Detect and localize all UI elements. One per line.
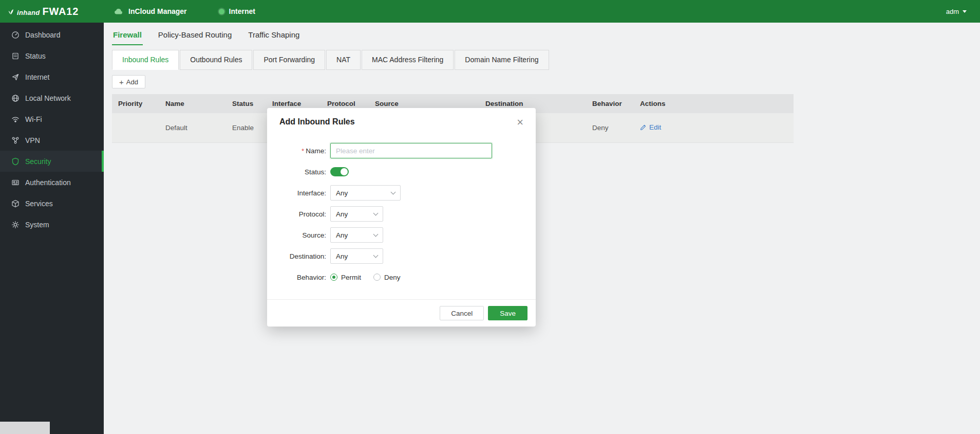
- caret-down-icon: [963, 10, 967, 13]
- tab-domain-name-filtering[interactable]: Domain Name Filtering: [455, 50, 549, 70]
- tab-traffic-shaping[interactable]: Traffic Shaping: [247, 30, 300, 45]
- sidebar-item-services[interactable]: Services: [0, 193, 104, 214]
- incloud-manager-status[interactable]: InCloud Manager: [114, 7, 187, 15]
- col-protocol: Protocol: [327, 100, 375, 107]
- dashboard-icon: [11, 31, 20, 39]
- modal-title: Add Inbound Rules: [279, 117, 355, 126]
- sidebar-item-label: Status: [25, 52, 46, 60]
- sidebar-item-security[interactable]: Security: [0, 151, 104, 172]
- modal-footer: Cancel Save: [267, 299, 536, 327]
- internet-status[interactable]: Internet: [219, 7, 255, 15]
- status-field-row: Status:: [267, 164, 523, 179]
- chevron-down-icon: [373, 252, 379, 258]
- status-toggle[interactable]: [330, 167, 349, 176]
- brand-model: FWA12: [42, 6, 79, 17]
- cloud-icon: [114, 8, 124, 15]
- sidebar-item-status[interactable]: Status: [0, 45, 104, 66]
- col-source: Source: [375, 100, 485, 107]
- interface-field-row: Interface: Any: [267, 185, 523, 201]
- source-select[interactable]: Any: [330, 227, 383, 243]
- main-content: Firewall Policy-Based Routing Traffic Sh…: [104, 23, 980, 434]
- tab-policy-based-routing[interactable]: Policy-Based Routing: [157, 30, 233, 45]
- sidebar-item-label: Internet: [25, 73, 49, 81]
- status-label: Status:: [267, 168, 326, 176]
- add-button[interactable]: + Add: [112, 75, 145, 88]
- chevron-down-icon: [373, 210, 379, 215]
- internet-dot-icon: [219, 9, 224, 14]
- sidebar-item-label: Local Network: [25, 94, 71, 102]
- gear-icon: [11, 221, 20, 229]
- behavior-label: Behavior:: [267, 274, 326, 281]
- add-inbound-rules-modal: Add Inbound Rules × *Name: Status: Inter…: [267, 108, 536, 327]
- tab-mac-address-filtering[interactable]: MAC Address Filtering: [362, 50, 454, 70]
- modal-header: Add Inbound Rules ×: [267, 108, 536, 131]
- vpn-icon: [11, 136, 20, 144]
- authentication-icon: [11, 178, 20, 187]
- name-label: *Name:: [267, 147, 326, 155]
- col-actions: Actions: [640, 100, 794, 107]
- edit-button-label: Edit: [649, 123, 661, 131]
- radio-permit[interactable]: Permit: [330, 274, 361, 281]
- cell-actions: Edit: [640, 123, 794, 132]
- user-menu[interactable]: adm: [946, 8, 967, 15]
- primary-tabs: Firewall Policy-Based Routing Traffic Sh…: [112, 23, 980, 45]
- source-label: Source:: [267, 231, 326, 239]
- tab-firewall[interactable]: Firewall: [112, 30, 143, 45]
- leaf-logo-icon: [7, 8, 14, 15]
- col-status: Status: [232, 100, 272, 107]
- tab-inbound-rules[interactable]: Inbound Rules: [112, 50, 179, 70]
- radio-deny-label: Deny: [384, 274, 401, 281]
- cell-behavior: Deny: [592, 124, 640, 132]
- radio-deny[interactable]: Deny: [373, 274, 401, 281]
- sidebar-item-label: Authentication: [25, 178, 71, 187]
- protocol-select-value: Any: [336, 210, 348, 218]
- sidebar-item-label: VPN: [25, 136, 40, 144]
- tab-port-forwarding[interactable]: Port Forwarding: [253, 50, 325, 70]
- sidebar-item-label: Wi-Fi: [25, 115, 42, 123]
- source-select-value: Any: [336, 231, 348, 239]
- col-name: Name: [165, 100, 232, 107]
- topbar-status-group: InCloud Manager Internet: [114, 7, 255, 15]
- col-behavior: Behavior: [592, 100, 640, 107]
- close-icon[interactable]: ×: [515, 117, 525, 128]
- sidebar-item-label: Dashboard: [25, 31, 61, 39]
- source-field-row: Source: Any: [267, 227, 523, 243]
- col-interface: Interface: [272, 100, 327, 107]
- services-icon: [11, 200, 20, 208]
- col-destination: Destination: [485, 100, 592, 107]
- modal-body: *Name: Status: Interface: Any Protocol: …: [267, 131, 536, 299]
- behavior-field-row: Behavior: Permit Deny: [267, 269, 523, 285]
- sidebar-item-wifi[interactable]: Wi-Fi: [0, 109, 104, 130]
- pencil-icon: [640, 124, 647, 131]
- cancel-button[interactable]: Cancel: [440, 306, 484, 320]
- brand-name: inhand: [17, 9, 40, 16]
- sidebar-item-label: System: [25, 221, 49, 229]
- sidebar-item-authentication[interactable]: Authentication: [0, 172, 104, 193]
- sidebar-item-label: Security: [25, 157, 51, 166]
- destination-select[interactable]: Any: [330, 248, 383, 264]
- toggle-knob: [341, 168, 348, 175]
- chevron-down-icon: [373, 231, 379, 237]
- sidebar-item-internet[interactable]: Internet: [0, 66, 104, 87]
- sidebar-collapse-button[interactable]: [0, 422, 50, 434]
- sidebar-item-dashboard[interactable]: Dashboard: [0, 24, 104, 45]
- radio-permit-label: Permit: [341, 274, 361, 281]
- sidebar-item-local-network[interactable]: Local Network: [0, 87, 104, 109]
- name-input[interactable]: [330, 143, 492, 158]
- username: adm: [946, 8, 959, 15]
- radio-selected-icon: [330, 274, 337, 281]
- protocol-label: Protocol:: [267, 210, 326, 218]
- save-button[interactable]: Save: [488, 306, 527, 320]
- cell-status: Enable: [232, 124, 272, 132]
- sidebar-item-system[interactable]: System: [0, 214, 104, 235]
- sidebar-item-vpn[interactable]: VPN: [0, 130, 104, 151]
- tab-outbound-rules[interactable]: Outbound Rules: [180, 50, 252, 70]
- protocol-select[interactable]: Any: [330, 206, 383, 222]
- rule-type-tabs: Inbound Rules Outbound Rules Port Forwar…: [112, 50, 980, 70]
- brand-logo: inhand FWA12: [0, 6, 104, 17]
- edit-button[interactable]: Edit: [640, 123, 661, 131]
- name-field-row: *Name:: [267, 143, 523, 158]
- tab-nat[interactable]: NAT: [326, 50, 361, 70]
- interface-select[interactable]: Any: [330, 185, 401, 201]
- status-icon: [11, 52, 20, 60]
